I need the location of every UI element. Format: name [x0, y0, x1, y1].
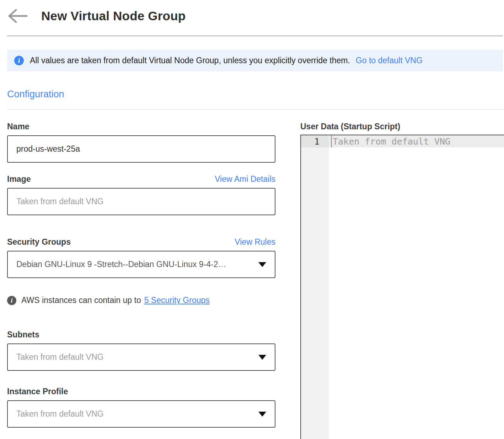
name-label: Name [7, 121, 30, 131]
editor-active-line: Taken from default VNG [329, 135, 504, 147]
section-title-configuration: Configuration [7, 88, 504, 100]
security-groups-selected-value: Debian GNU-Linux 9 -Stretch--Debian GNU-… [16, 260, 226, 269]
security-groups-field: Security Groups View Rules Debian GNU-Li… [7, 237, 275, 278]
user-data-label: User Data (Startup Script) [300, 121, 400, 131]
view-rules-link[interactable]: View Rules [235, 237, 275, 247]
subnets-placeholder: Taken from default VNG [16, 352, 103, 362]
text-cursor-icon [331, 135, 332, 147]
header-divider [7, 36, 503, 36]
caret-down-icon [258, 355, 266, 360]
page-header: New Virtual Node Group [0, 0, 504, 23]
security-groups-count-link[interactable]: 5 Security Groups [144, 296, 210, 305]
security-note-text: AWS instances can contain up to [21, 296, 141, 305]
caret-down-icon [258, 412, 266, 417]
info-icon-gray: i [7, 296, 16, 305]
page-title: New Virtual Node Group [41, 9, 186, 23]
user-data-editor[interactable]: 1 Taken from default VNG [300, 135, 504, 439]
banner-text: All values are taken from default Virtua… [30, 56, 350, 65]
user-data-section: User Data (Startup Script) 1 Taken from … [300, 121, 504, 439]
editor-placeholder: Taken from default VNG [333, 136, 450, 147]
editor-gutter: 1 [301, 135, 329, 439]
image-input[interactable] [7, 188, 275, 215]
name-input[interactable] [7, 135, 275, 163]
security-groups-label: Security Groups [7, 237, 71, 247]
content-columns: Name Image View Ami Details Security Gro… [7, 121, 504, 439]
instance-profile-field: Instance Profile Taken from default VNG [7, 386, 275, 428]
image-field: Image View Ami Details [7, 174, 275, 215]
security-groups-select[interactable]: Debian GNU-Linux 9 -Stretch--Debian GNU-… [7, 251, 275, 278]
info-icon: i [14, 56, 24, 65]
caret-down-icon [258, 262, 266, 267]
instance-profile-placeholder: Taken from default VNG [16, 409, 103, 419]
subnets-label: Subnets [7, 330, 39, 340]
info-banner: i All values are taken from default Virt… [7, 50, 503, 71]
configuration-form: Name Image View Ami Details Security Gro… [7, 121, 275, 428]
security-groups-note: i AWS instances can contain up to 5 Secu… [7, 296, 275, 305]
subnets-field: Subnets Taken from default VNG [7, 330, 275, 371]
subnets-select[interactable]: Taken from default VNG [7, 343, 275, 371]
back-arrow-icon[interactable] [7, 9, 28, 23]
section-divider [7, 109, 503, 110]
editor-content[interactable]: Taken from default VNG [329, 135, 504, 439]
view-ami-details-link[interactable]: View Ami Details [215, 174, 275, 184]
image-label: Image [7, 174, 31, 184]
name-field: Name [7, 121, 275, 163]
go-to-default-vng-link[interactable]: Go to default VNG [356, 56, 423, 65]
instance-profile-label: Instance Profile [7, 386, 68, 396]
instance-profile-select[interactable]: Taken from default VNG [7, 400, 275, 428]
line-number: 1 [301, 135, 329, 147]
